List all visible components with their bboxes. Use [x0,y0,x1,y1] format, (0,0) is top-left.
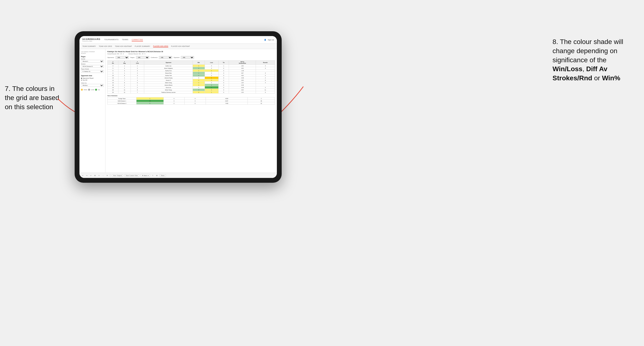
grid-title: Katelyn Vo Head-to-Head Grid for Women's… [107,50,275,53]
conference-filter-select[interactable]: (All) [159,56,172,59]
sub-nav-player-summary[interactable]: PLAYER SUMMARY [135,45,150,47]
col-reg: #Reg [118,61,131,65]
main-content: Last Updated: 27/03/2024 16:55:38 Player… [80,49,277,173]
radio-opponents-played[interactable]: Opponents Played [81,77,104,79]
radio-group: Opponents Played Top 100 [81,77,104,81]
region-filter-label: Region [130,57,134,58]
sub-nav-player-h2h-grid[interactable]: PLAYER H2H GRID [153,45,168,47]
nav-teams[interactable]: TEAMS [122,38,128,41]
table-row: 1822 Euna Lee 0 2 0 -5.002 [108,86,275,89]
back-btn[interactable]: ↩ [90,174,92,176]
nav-links: TOURNAMENTS TEAMS COMMITTEE [104,38,264,41]
logo-sub: Powered by clippd [82,40,100,42]
division-select[interactable]: NCAA Division III [81,65,104,68]
nav-committee[interactable]: COMMITTEE [132,38,143,41]
undo-btn[interactable]: ↩ [81,174,84,176]
radio-top100[interactable]: Top 100 [81,79,104,81]
share-icon-btn[interactable]: ⇧ [152,174,154,176]
grid-icon-btn[interactable]: ⊞ [156,174,158,176]
nav-bar: SCOREBOARD Powered by clippd TOURNAMENTS… [80,36,277,44]
table-row: NAIA Division 1 15 0 0 9.26730 [108,100,275,102]
radio-dot-opponents [81,78,82,79]
sidebar: Last Updated: 27/03/2024 16:55:38 Player… [80,49,106,173]
sub-nav: TEAM SUMMARY TEAM H2H GRID TEAM H2H HEAT… [80,44,277,49]
table-row: 1474 Eunice Yi 2 2 0 0.389 [108,79,275,82]
table-row: 1311 Jessica Huang 0 1 0 -3.002 [108,77,275,79]
cut-btn[interactable]: ✂ [98,174,100,176]
col-diff: Diff AvStrokes/Rnd [229,61,256,65]
nav-right: 👤 Sign out [264,39,274,41]
gender-select[interactable]: Women's [81,60,104,63]
out-of-division-label: Out of division [107,95,275,96]
annotation-left-text: 7. The colours in the grid are based on … [5,85,59,111]
tablet-screen: SCOREBOARD Powered by clippd TOURNAMENTS… [80,36,277,178]
sub-nav-team-h2h-heatmap[interactable]: TEAM H2H HEATMAP [115,45,132,47]
radio-dot-top100 [81,80,82,81]
opponent-filter-select[interactable]: (All) [181,56,194,59]
annotation-right: 8. The colour shade will change dependin… [552,37,637,83]
player-rank-select[interactable]: 8. Katelyn Vo [81,70,104,73]
grid-subtitle: Overall Record: 353 - 34 - 6 Division Re… [107,53,275,55]
opponents-filter-label: Opponents: [107,57,114,58]
legend-down-dot [81,89,83,91]
gender-label: Gender [81,58,104,60]
colour-by-select[interactable]: Win/loss [81,84,104,87]
col-rounds: Rounds [256,61,275,65]
sub-nav-team-h2h-grid[interactable]: TEAM H2H GRID [99,45,112,47]
redo-btn[interactable]: ↪ [86,174,88,176]
division-record: Division Record: 331 - 34 - 6 [128,53,146,55]
logo-area: SCOREBOARD Powered by clippd [82,38,100,42]
grid-area: Katelyn Vo Head-to-Head Grid for Women's… [106,49,277,173]
main-data-table: #Div #Reg #Conf Opponent Win Loss Tie Di… [107,60,275,94]
sign-out-link[interactable]: Sign out [268,39,274,41]
legend-level-label: Level [91,89,94,90]
table-row: 1063 Andrea York 2 0 0 4.004 [108,74,275,77]
watch-btn[interactable]: 👁 Watch ▾ [140,174,150,177]
col-div: #Div [108,61,118,65]
toolbar-divider-1 [110,174,110,177]
opponent-filter-label: Opponent [174,57,179,58]
table-row: 1585 Stella Cheng 1 0 0 1.254 [108,82,275,84]
table-row: 20116 Emily Chang 4 1 0 0.3011 [108,89,275,91]
col-opponent: Opponent [144,61,193,65]
legend-up-label: Up [98,89,100,90]
legend-up-dot [95,89,97,91]
table-row: 311 Esther Lee 1 0 1 1.504 [108,65,275,67]
nav-tournaments[interactable]: TOURNAMENTS [104,38,118,41]
out-of-division-table: Foreign Team 1 0 0 4.5002 NAIA Division … [107,97,275,105]
col-conf: #Conf [130,61,144,65]
legend-row: Down Level Up [81,89,104,91]
more-btn[interactable]: ··· [102,174,104,176]
player-rank-label: Player (Rank) [81,68,104,70]
table-row: 914 Sharon Mun 1 0 0 3.673 [108,72,275,74]
legend-level-dot [88,89,90,91]
table-row: 522 Alexis Sudjianto 1 0 0 4.003 [108,67,275,69]
table-row: 20117 Federica Domecq Lacroze 2 1 0 1.33… [108,91,275,94]
nav-user-icon: 👤 [264,39,266,41]
table-row: Foreign Team 1 0 0 4.5002 [108,97,275,100]
opponent-view-title: Opponent view [81,75,104,76]
table-row: NCAA Division 2 5 0 0 7.40010 [108,102,275,105]
opponents-filter-select[interactable]: (All) [116,56,129,59]
view-original-btn[interactable]: View: Original [112,174,123,177]
col-tie: Tie [218,61,229,65]
logo-text: SCOREBOARD [82,38,100,40]
sub-nav-team-summary[interactable]: TEAM SUMMARY [82,45,96,47]
colour-by-section: Colour by Win/loss [81,82,104,87]
save-custom-view-btn[interactable]: Save Custom View [124,174,139,177]
refresh-btn[interactable]: ⟳ [106,174,108,176]
table-row: 1621 Jessica Mason 1 2 0 -0.94 [108,84,275,86]
sub-nav-player-h2h-heatmap[interactable]: PLAYER H2H HEATMAP [171,45,190,47]
annotation-left: 7. The colours in the grid are based on … [5,84,60,111]
col-loss: Loss [205,61,218,65]
tablet-frame: SCOREBOARD Powered by clippd TOURNAMENTS… [75,31,282,183]
table-row: 633 Sydney Kuo 1 1 0 -1.00 [108,69,275,72]
grid-btn[interactable]: ⊞ [94,174,96,176]
overall-record: Overall Record: 353 - 34 - 6 [107,53,124,55]
legend-down-label: Down [84,89,87,90]
player-section-title: Player [81,56,104,57]
division-label: Division [81,63,104,65]
share-btn[interactable]: Share [160,174,166,177]
region-filter-select[interactable]: (All) [136,56,149,59]
toolbar: ↩ ↪ ↩ ⊞ ✂ ··· ⟳ View: Original Save Cust… [80,173,277,178]
